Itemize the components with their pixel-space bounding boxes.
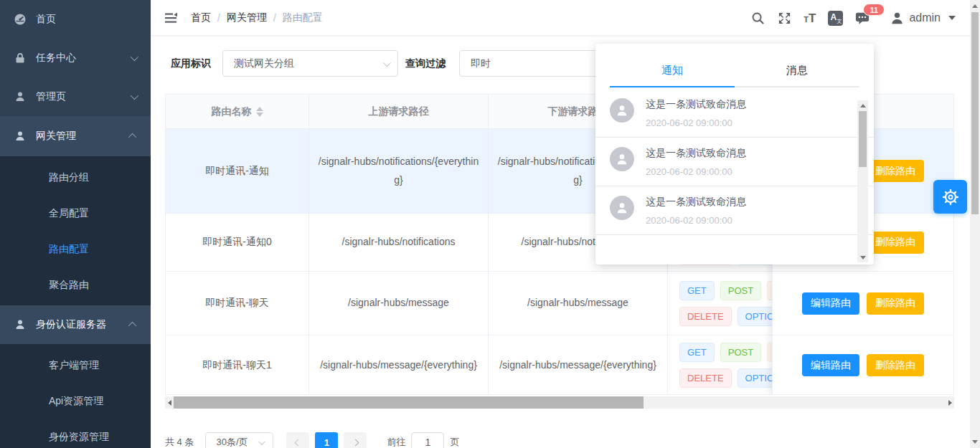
popover-tabs: 通知 消息 [610,44,859,87]
upstream-path: /signalr-hubs/message/{everything} [309,335,489,395]
delete-route-button[interactable]: 删除路由 [867,232,924,254]
method-tag-get: GET [679,281,715,300]
notification-list: 这是一条测试致命消息 2020-06-02 09:00:00 这是一条测试致命消… [595,89,874,235]
gear-icon [942,189,959,206]
vertical-scrollbar[interactable] [970,0,980,448]
user-avatar-icon [610,147,634,171]
chevron-up-icon [128,322,136,330]
scroll-down-arrow-icon[interactable] [857,252,868,262]
downstream-path: /signalr-hubs/message/{everything} [489,335,668,395]
search-icon[interactable] [750,11,765,25]
column-header-name[interactable]: 路由名称 [166,95,309,129]
sidebar-item-client-mgmt[interactable]: 客户端管理 [0,347,151,383]
chevron-down-icon [948,16,956,20]
route-name: 即时通讯-通知0 [166,214,309,272]
message-count-badge: 11 [863,4,885,16]
notification-item[interactable]: 这是一条测试致命消息 2020-06-02 09:00:00 [595,186,874,235]
horizontal-scrollbar-thumb[interactable] [174,396,644,409]
delete-route-button[interactable]: 删除路由 [867,160,924,182]
notification-title: 这是一条测试致命消息 [646,196,746,209]
sidebar-item-label: 身份认证服务器 [36,318,106,331]
sidebar-item-identity-resources[interactable]: 身份资源管理 [0,419,151,448]
sidebar-item-home[interactable]: 首页 [0,0,151,39]
edit-route-button[interactable]: 编辑路由 [802,292,859,315]
row-actions: 编辑路由 删除路由 [772,272,953,335]
sidebar-item-tasks[interactable]: 任务中心 [0,39,151,77]
submenu-gateway: 路由分组 全局配置 路由配置 聚合路由 [0,156,151,305]
next-page-button[interactable] [344,432,367,448]
breadcrumb-gateway[interactable]: 网关管理 [227,11,267,24]
route-name: 即时通讯-通知 [166,129,309,214]
scroll-left-arrow-icon[interactable] [165,396,174,409]
delete-route-button[interactable]: 删除路由 [867,354,924,376]
scroll-down-arrow-icon[interactable] [970,437,980,447]
route-name: 即时通讯-聊天 [166,272,309,335]
user-menu[interactable]: admin [890,11,956,25]
delete-route-button[interactable]: 删除路由 [867,292,924,315]
current-page-button[interactable]: 1 [315,432,338,448]
scroll-up-arrow-icon[interactable] [970,1,980,11]
goto-label: 前往 [387,436,405,448]
breadcrumb-separator: / [273,12,276,24]
goto-page-input[interactable] [411,432,444,448]
navbar-tools: TT A文 11 admin [750,0,956,36]
app-group-select[interactable]: 测试网关分组 [222,50,398,77]
user-icon [14,130,26,142]
sidebar-item-route-groups[interactable]: 路由分组 [0,159,151,195]
message-icon[interactable]: 11 [855,11,870,25]
edit-route-button[interactable]: 编辑路由 [802,354,859,376]
column-header-upstream: 上游请求路径 [309,95,489,129]
notification-item[interactable]: 这是一条测试致命消息 2020-06-02 09:00:00 [595,138,874,186]
total-count-label: 共 4 条 [165,436,194,448]
app-id-label: 应用标识 [171,57,211,70]
user-avatar-icon [610,196,634,220]
notification-title: 这是一条测试致命消息 [646,147,746,160]
horizontal-scrollbar[interactable] [165,396,954,409]
prev-page-button[interactable] [286,432,309,448]
method-tag-delete: DELETE [679,368,732,388]
route-name: 即时通讯-聊天1 [166,335,309,395]
notification-item[interactable]: 这是一条测试致命消息 2020-06-02 09:00:00 [595,89,874,138]
fullscreen-icon[interactable] [777,11,791,25]
navbar: 首页 / 网关管理 / 路由配置 TT A文 11 [151,0,980,36]
popover-scrollbar-thumb[interactable] [859,111,867,167]
sidebar-item-gateway[interactable]: 网关管理 [0,116,151,156]
sidebar-item-identity-server[interactable]: 身份认证服务器 [0,305,151,344]
downstream-path: /signalr-hubs/message [489,272,668,335]
sidebar: 首页 任务中心 管理页 网关管理 路由分组 全局配置 路由配置 [0,0,151,448]
settings-gear-button[interactable] [933,180,967,214]
submenu-identity: 客户端管理 Api资源管理 身份资源管理 [0,344,151,448]
font-size-icon[interactable]: TT [804,12,816,24]
breadcrumb-home[interactable]: 首页 [191,11,211,24]
method-tag-get: GET [679,343,715,362]
scroll-right-arrow-icon[interactable] [946,396,954,409]
tab-messages[interactable]: 消息 [735,57,859,86]
method-tag-post: POST [720,343,761,362]
popover-scrollbar[interactable] [857,100,868,262]
chevron-down-icon [131,53,138,61]
username-label: admin [909,11,941,24]
user-avatar-icon [610,98,634,123]
sort-icon[interactable] [256,107,263,117]
app-group-value: 测试网关分组 [234,57,294,70]
dashboard-icon [14,14,26,25]
sidebar-item-api-resources[interactable]: Api资源管理 [0,383,151,419]
chevron-down-icon [258,438,265,445]
tab-notifications[interactable]: 通知 [610,57,735,86]
sidebar-item-label: 网关管理 [36,130,76,143]
query-filter-label: 查询过滤 [405,57,446,70]
vertical-scrollbar-thumb[interactable] [971,12,979,214]
scroll-up-arrow-icon[interactable] [857,100,868,110]
notification-time: 2020-06-02 09:00:00 [646,118,746,128]
sidebar-item-route-config[interactable]: 路由配置 [0,231,151,267]
page-size-select[interactable]: 30条/页 [205,432,273,448]
breadcrumb: 首页 / 网关管理 / 路由配置 [191,0,323,36]
translate-icon[interactable]: A文 [828,11,843,26]
avatar [890,11,904,25]
chevron-down-icon [131,92,138,100]
sidebar-item-admin-pages[interactable]: 管理页 [0,77,151,116]
sidebar-item-aggregate-routes[interactable]: 聚合路由 [0,267,151,302]
hamburger-icon[interactable] [164,11,178,25]
sidebar-item-global-config[interactable]: 全局配置 [0,195,151,231]
upstream-path: /signalr-hubs/notifications/{everything} [309,129,489,214]
